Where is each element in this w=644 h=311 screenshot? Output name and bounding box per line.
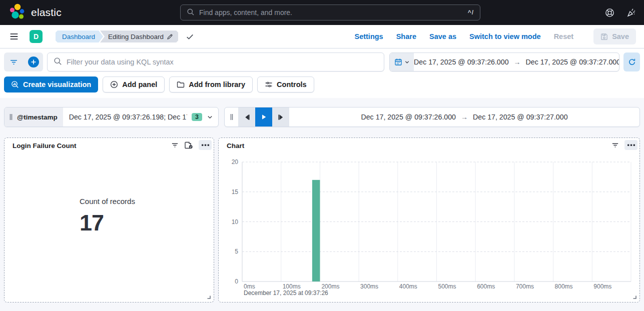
brand-wordmark: elastic [31, 6, 62, 18]
svg-text:800ms: 800ms [555, 283, 573, 290]
bar-chart-container: 051015200ms100ms200ms300ms400ms500ms600m… [223, 158, 636, 300]
svg-text:300ms: 300ms [360, 283, 378, 290]
panel-options-button[interactable] [624, 140, 637, 150]
svg-text:600ms: 600ms [477, 283, 495, 290]
dashboard-toolbar: Create visualization Add panel Add from … [0, 76, 644, 98]
dashboard-top-nav: D Dashboard Editing Dashboard Settings S… [0, 25, 644, 48]
svg-text:0ms: 0ms [244, 283, 255, 290]
svg-text:100ms: 100ms [283, 283, 301, 290]
chevron-down-icon [404, 60, 410, 65]
dashboard-controls-row: @timestamp Dec 17, 2025 @ 09:37:26.198; … [4, 107, 640, 127]
breadcrumb-editing-dashboard[interactable]: Editing Dashboard [100, 30, 178, 42]
slider-range-start: Dec 17, 2025 @ 09:37:26.000 [361, 113, 456, 121]
add-panel-button[interactable]: Add panel [103, 76, 165, 92]
time-range-start[interactable]: Dec 17, 2025 @ 09:37:26.000 [414, 58, 509, 66]
control-field-label: @timestamp [17, 114, 58, 121]
saved-filters-button[interactable] [4, 52, 24, 72]
panel-header-actions [611, 140, 637, 150]
kql-query-bar[interactable] [47, 52, 384, 72]
whats-new-party-icon[interactable] [626, 8, 636, 18]
panel-resize-handle[interactable] [632, 294, 637, 300]
panel-chart[interactable]: Chart 0 [218, 138, 640, 302]
kibana-app: elastic ^/ [0, 0, 644, 311]
time-range-display[interactable]: Dec 17, 2025 @ 09:37:26.000 → Dec 17, 20… [414, 58, 619, 66]
refresh-icon [628, 58, 636, 66]
arrow-right-icon: → [514, 58, 521, 66]
kql-query-input[interactable] [67, 58, 378, 66]
reset-link-disabled: Reset [554, 32, 574, 40]
control-drag-handle[interactable] [225, 114, 238, 120]
panel-filter-icon[interactable] [171, 142, 179, 149]
folder-icon [177, 80, 185, 88]
edit-pencil-icon [167, 34, 173, 40]
panel-resize-handle[interactable] [206, 294, 211, 300]
time-range-end[interactable]: Dec 17, 2025 @ 09:37:27.000 [526, 58, 619, 66]
previous-icon [243, 114, 251, 121]
space-avatar[interactable]: D [30, 30, 43, 43]
settings-link[interactable]: Settings [354, 32, 383, 40]
svg-text:400ms: 400ms [399, 283, 417, 290]
add-from-library-button[interactable]: Add from library [169, 76, 253, 92]
quick-select-button[interactable] [390, 53, 414, 71]
search-icon [54, 57, 62, 67]
panel-filter-icon[interactable] [611, 142, 619, 149]
elastic-brand[interactable]: elastic [0, 2, 62, 23]
global-header-actions [605, 0, 636, 25]
search-shortcut-hint: ^/ [468, 9, 474, 16]
filter-controls-group [4, 52, 43, 72]
svg-text:0: 0 [235, 278, 238, 285]
switch-to-view-mode-link[interactable]: Switch to view mode [469, 32, 541, 40]
dashboard-viewport: @timestamp Dec 17, 2025 @ 09:37:26.198; … [0, 98, 644, 311]
svg-text:10: 10 [232, 218, 239, 226]
global-search-bar[interactable]: ^/ [180, 4, 480, 20]
plus-in-circle-icon [110, 80, 118, 88]
breadcrumb-dashboard[interactable]: Dashboard [56, 30, 103, 42]
chevron-down-icon [207, 114, 213, 120]
add-filter-button[interactable] [24, 52, 43, 72]
timestamp-selection-value: Dec 17, 2025 @ 09:37:26.198; Dec 17, ... [69, 113, 187, 121]
svg-text:15: 15 [232, 188, 239, 196]
svg-text:20: 20 [232, 158, 239, 166]
menu-hamburger-icon[interactable] [9, 32, 19, 42]
slider-range-end: Dec 17, 2025 @ 09:37:27.000 [473, 113, 568, 121]
saved-to-library-icon[interactable] [184, 141, 193, 150]
metric-visualization: Count of records 17 [80, 197, 135, 236]
timestamp-options-list-control: @timestamp Dec 17, 2025 @ 09:37:26.198; … [4, 107, 219, 127]
elastic-logo-icon [7, 2, 26, 23]
saved-check-icon[interactable] [186, 32, 194, 41]
controls-button[interactable]: Controls [257, 76, 314, 92]
panel-login-failure-count[interactable]: Login Failure Count [4, 138, 214, 302]
sliders-icon [265, 80, 273, 88]
previous-frame-button[interactable] [238, 108, 255, 126]
top-nav-actions: Settings Share Save as Switch to view mo… [354, 28, 636, 44]
svg-text:December 17, 2025 at 09:37:26: December 17, 2025 at 09:37:26 [244, 290, 328, 296]
time-range-picker: Dec 17, 2025 @ 09:37:26.000 → Dec 17, 20… [389, 52, 619, 72]
global-search-input[interactable] [199, 8, 463, 16]
save-as-link[interactable]: Save as [429, 32, 456, 40]
time-slider-control: Dec 17, 2025 @ 09:37:26.000 → Dec 17, 20… [224, 107, 640, 127]
svg-text:900ms: 900ms [593, 283, 611, 290]
panel-title: Chart [227, 142, 244, 150]
dashboard-grid: Login Failure Count [4, 138, 640, 302]
query-bar: Dec 17, 2025 @ 09:37:26.000 → Dec 17, 20… [0, 48, 644, 76]
refresh-button[interactable] [623, 52, 640, 72]
control-drag-handle[interactable]: @timestamp [5, 108, 63, 126]
arrow-right-icon: → [461, 113, 468, 121]
breadcrumb: Dashboard Editing Dashboard [56, 30, 178, 42]
panel-title: Login Failure Count [13, 142, 77, 150]
play-button[interactable] [255, 108, 272, 126]
boxes-horizontal-icon [627, 144, 635, 146]
panel-options-button[interactable] [199, 140, 212, 150]
search-icon [187, 8, 195, 18]
play-icon [260, 114, 267, 120]
share-link[interactable]: Share [396, 32, 416, 40]
create-visualization-button[interactable]: Create visualization [4, 76, 98, 92]
metric-label: Count of records [80, 197, 135, 206]
svg-text:500ms: 500ms [438, 283, 456, 290]
save-button: Save [593, 28, 636, 44]
time-slider-range-display[interactable]: Dec 17, 2025 @ 09:37:26.000 → Dec 17, 20… [289, 113, 639, 121]
next-frame-button[interactable] [272, 108, 289, 126]
global-header: elastic ^/ [0, 0, 644, 25]
timestamp-selection-dropdown[interactable]: Dec 17, 2025 @ 09:37:26.198; Dec 17, ...… [63, 113, 218, 121]
help-lifebuoy-icon[interactable] [605, 8, 614, 18]
